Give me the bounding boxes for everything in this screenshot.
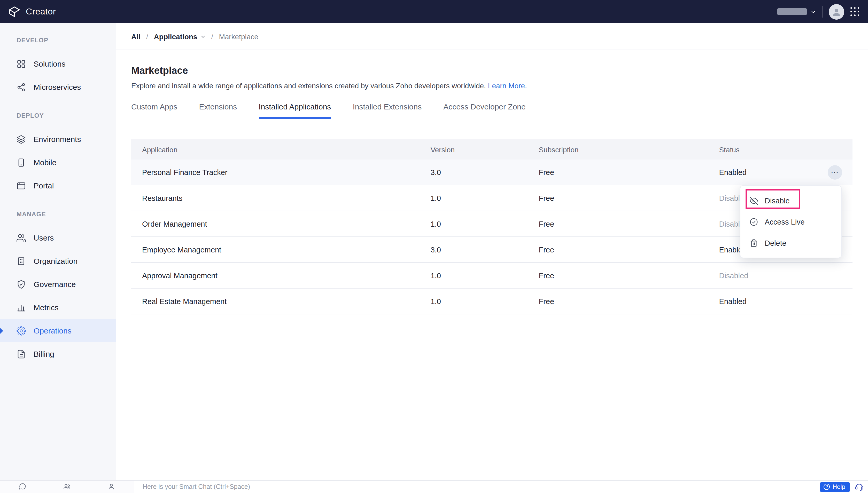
- help-label: Help: [833, 483, 845, 490]
- cell-version: 3.0: [431, 168, 539, 176]
- tab-extensions[interactable]: Extensions: [199, 102, 237, 119]
- menu-item-label: Access Live: [765, 218, 805, 226]
- team-icon[interactable]: [63, 483, 71, 490]
- check-circle-icon: [750, 218, 758, 226]
- cell-subscription: Free: [539, 297, 719, 305]
- cell-subscription: Free: [539, 168, 719, 176]
- sidebar-item-label: Users: [34, 233, 54, 242]
- bottombar: ? Help: [0, 480, 868, 493]
- help-button[interactable]: ? Help: [820, 482, 850, 492]
- table-header: Application Version Subscription Status: [131, 140, 852, 159]
- menu-item-label: Delete: [765, 239, 786, 247]
- cell-application: Restaurants: [131, 194, 431, 202]
- gear-icon: [17, 326, 26, 335]
- smart-chat-input[interactable]: [142, 483, 617, 491]
- cell-version: 1.0: [431, 194, 539, 202]
- creator-logo-icon: [8, 5, 21, 18]
- tab-installed-applications[interactable]: Installed Applications: [259, 102, 331, 119]
- browser-icon: [17, 181, 26, 190]
- cell-application: Personal Finance Tracker: [131, 168, 431, 176]
- sidebar-item-label: Metrics: [34, 303, 59, 312]
- sidebar-item-billing[interactable]: Billing: [0, 342, 116, 365]
- cell-subscription: Free: [539, 194, 719, 202]
- cell-application: Approval Management: [131, 271, 431, 280]
- table-row-personal-finance-tracker[interactable]: Personal Finance Tracker 3.0 Free Enable…: [131, 159, 852, 185]
- sidebar-item-label: Environments: [34, 135, 81, 144]
- smart-chat-bar: [134, 480, 820, 493]
- sidebar-item-organization[interactable]: Organization: [0, 249, 116, 273]
- row-context-menu: Disable Access Live Delete: [740, 185, 842, 258]
- sidebar-item-environments[interactable]: Environments: [0, 128, 116, 151]
- tab-custom-apps[interactable]: Custom Apps: [131, 102, 177, 119]
- sidebar-item-label: Operations: [34, 326, 71, 335]
- sidebar-item-label: Governance: [34, 280, 76, 288]
- menu-item-delete[interactable]: Delete: [740, 232, 841, 254]
- shield-check-icon: [17, 280, 26, 289]
- user-avatar[interactable]: [829, 4, 844, 19]
- cell-application: Employee Management: [131, 245, 431, 254]
- assistant-icon[interactable]: [854, 482, 864, 491]
- cell-version: 1.0: [431, 271, 539, 280]
- row-actions-button[interactable]: ⋯: [828, 165, 842, 179]
- column-header-version: Version: [431, 145, 539, 154]
- sidebar-item-label: Organization: [34, 257, 78, 265]
- table-row-approval-management[interactable]: Approval Management 1.0 Free Disabled: [131, 263, 852, 288]
- bar-chart-icon: [17, 303, 26, 312]
- topbar-divider: [822, 6, 823, 17]
- page-subtitle: Explore and install a wide range of appl…: [131, 82, 868, 90]
- redacted-username: [777, 8, 807, 15]
- table-row-real-estate-management[interactable]: Real Estate Management 1.0 Free Enabled: [131, 288, 852, 314]
- app-window: Creator DEVELOP Solutions Microservices: [0, 0, 868, 493]
- topbar: Creator: [0, 0, 868, 23]
- cell-version: 1.0: [431, 220, 539, 228]
- cell-status: Disabled: [719, 271, 852, 280]
- users-icon: [17, 233, 26, 242]
- account-switcher[interactable]: [777, 8, 816, 15]
- cell-subscription: Free: [539, 271, 719, 280]
- sidebar-item-portal[interactable]: Portal: [0, 174, 116, 197]
- chat-bubble-icon[interactable]: [18, 483, 26, 490]
- breadcrumb-separator: /: [146, 32, 148, 41]
- breadcrumb-current: Marketplace: [219, 32, 258, 41]
- sidebar-item-microservices[interactable]: Microservices: [0, 76, 116, 99]
- layers-icon: [17, 134, 26, 144]
- tab-installed-extensions[interactable]: Installed Extensions: [353, 102, 421, 119]
- column-header-application: Application: [131, 145, 431, 154]
- receipt-icon: [17, 349, 26, 359]
- sidebar-item-label: Billing: [34, 349, 54, 358]
- cell-version: 1.0: [431, 297, 539, 305]
- breadcrumb-applications[interactable]: Applications: [154, 32, 206, 41]
- eye-off-icon: [750, 196, 758, 205]
- sidebar: DEVELOP Solutions Microservices DEPLOY E…: [0, 23, 116, 480]
- sidebar-section-develop: DEVELOP: [0, 37, 116, 44]
- sidebar-item-label: Mobile: [34, 158, 56, 167]
- menu-item-access-live[interactable]: Access Live: [740, 211, 841, 232]
- sidebar-item-governance[interactable]: Governance: [0, 273, 116, 296]
- sidebar-section-deploy: DEPLOY: [0, 112, 116, 119]
- breadcrumb-all[interactable]: All: [131, 32, 141, 41]
- person-icon: [831, 6, 842, 17]
- cell-application: Real Estate Management: [131, 297, 431, 305]
- bottombar-right: ? Help: [820, 480, 868, 493]
- nodes-icon: [17, 82, 26, 92]
- sidebar-item-label: Portal: [34, 181, 54, 190]
- user-icon[interactable]: [108, 483, 116, 490]
- chevron-down-icon: [811, 9, 816, 14]
- app-launcher-icon[interactable]: [850, 7, 860, 16]
- sidebar-item-label: Microservices: [34, 83, 81, 91]
- cell-status: Enabled: [719, 297, 852, 305]
- menu-item-disable[interactable]: Disable: [740, 190, 841, 211]
- tab-bar: Custom Apps Extensions Installed Applica…: [116, 102, 868, 119]
- tab-access-developer-zone[interactable]: Access Developer Zone: [443, 102, 526, 119]
- creator-home-link[interactable]: Creator: [8, 5, 56, 18]
- sidebar-item-label: Solutions: [34, 59, 65, 68]
- sidebar-item-users[interactable]: Users: [0, 226, 116, 249]
- sidebar-item-operations[interactable]: Operations: [0, 319, 116, 342]
- cell-subscription: Free: [539, 245, 719, 254]
- sidebar-item-metrics[interactable]: Metrics: [0, 296, 116, 319]
- sidebar-item-mobile[interactable]: Mobile: [0, 151, 116, 174]
- breadcrumb-separator: /: [211, 32, 213, 41]
- sidebar-item-solutions[interactable]: Solutions: [0, 52, 116, 76]
- learn-more-link[interactable]: Learn More.: [488, 82, 527, 90]
- grid-icon: [17, 59, 26, 68]
